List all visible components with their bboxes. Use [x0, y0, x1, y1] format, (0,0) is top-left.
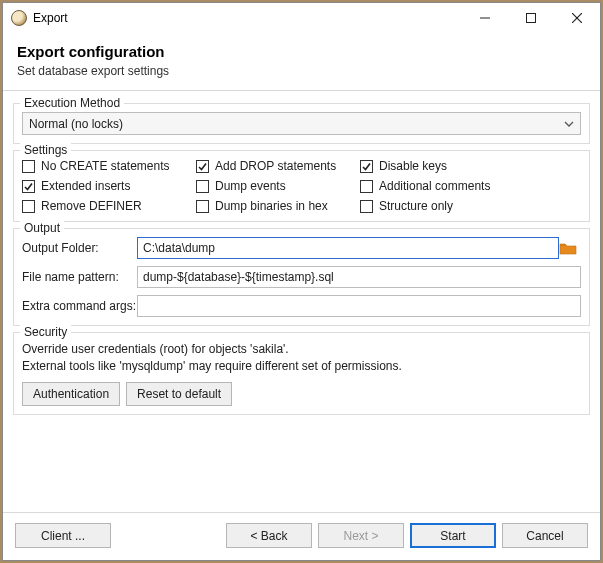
checkbox-label: Remove DEFINER — [41, 199, 142, 213]
checkbox-label: Disable keys — [379, 159, 447, 173]
checkbox-box — [196, 160, 209, 173]
checkbox-dump-binaries-in-hex[interactable]: Dump binaries in hex — [196, 199, 356, 213]
settings-legend: Settings — [20, 143, 71, 157]
client-button[interactable]: Client ... — [15, 523, 111, 548]
close-button[interactable] — [554, 3, 600, 33]
folder-icon — [559, 241, 577, 255]
checkbox-label: No CREATE statements — [41, 159, 169, 173]
check-icon — [23, 181, 34, 192]
check-icon — [361, 161, 372, 172]
checkbox-label: Structure only — [379, 199, 453, 213]
next-button: Next > — [318, 523, 404, 548]
checkbox-label: Dump events — [215, 179, 286, 193]
browse-folder-button[interactable] — [559, 240, 577, 256]
output-folder-label: Output Folder: — [22, 241, 137, 255]
chevron-down-icon — [564, 119, 574, 129]
cancel-button[interactable]: Cancel — [502, 523, 588, 548]
extra-args-input[interactable] — [137, 295, 581, 317]
dialog-footer: Client ... < Back Next > Start Cancel — [3, 512, 600, 560]
back-button[interactable]: < Back — [226, 523, 312, 548]
checkbox-box — [22, 180, 35, 193]
security-line-1: Override user credentials (root) for obj… — [22, 341, 581, 358]
dialog-header: Export configuration Set database export… — [3, 33, 600, 91]
app-icon — [11, 10, 27, 26]
execution-method-legend: Execution Method — [20, 96, 124, 110]
checkbox-additional-comments[interactable]: Additional comments — [360, 179, 581, 193]
header-subtitle: Set database export settings — [17, 64, 586, 78]
checkbox-structure-only[interactable]: Structure only — [360, 199, 581, 213]
checkbox-box — [22, 200, 35, 213]
maximize-icon — [526, 13, 536, 23]
svg-rect-1 — [527, 14, 536, 23]
header-title: Export configuration — [17, 43, 586, 60]
checkbox-box — [22, 160, 35, 173]
file-pattern-label: File name pattern: — [22, 270, 137, 284]
authentication-button[interactable]: Authentication — [22, 382, 120, 406]
close-icon — [572, 13, 582, 23]
checkbox-no-create-statements[interactable]: No CREATE statements — [22, 159, 192, 173]
checkbox-disable-keys[interactable]: Disable keys — [360, 159, 581, 173]
checkbox-dump-events[interactable]: Dump events — [196, 179, 356, 193]
security-line-2: External tools like 'mysqldump' may requ… — [22, 358, 581, 375]
execution-method-select[interactable]: Normal (no locks) — [22, 112, 581, 135]
checkbox-box — [196, 180, 209, 193]
checkbox-box — [360, 160, 373, 173]
minimize-button[interactable] — [462, 3, 508, 33]
execution-method-value: Normal (no locks) — [29, 117, 123, 131]
output-group: Output Output Folder: File name pattern:… — [13, 228, 590, 326]
execution-method-group: Execution Method Normal (no locks) — [13, 103, 590, 144]
checkbox-box — [360, 180, 373, 193]
settings-group: Settings No CREATE statementsAdd DROP st… — [13, 150, 590, 222]
titlebar: Export — [3, 3, 600, 33]
checkbox-remove-definer[interactable]: Remove DEFINER — [22, 199, 192, 213]
security-legend: Security — [20, 325, 71, 339]
checkbox-label: Extended inserts — [41, 179, 130, 193]
checkbox-label: Additional comments — [379, 179, 490, 193]
start-button[interactable]: Start — [410, 523, 496, 548]
checkbox-box — [196, 200, 209, 213]
reset-to-default-button[interactable]: Reset to default — [126, 382, 232, 406]
checkbox-add-drop-statements[interactable]: Add DROP statements — [196, 159, 356, 173]
checkbox-extended-inserts[interactable]: Extended inserts — [22, 179, 192, 193]
checkbox-box — [360, 200, 373, 213]
maximize-button[interactable] — [508, 3, 554, 33]
window-title: Export — [33, 11, 68, 25]
security-group: Security Override user credentials (root… — [13, 332, 590, 415]
export-dialog: Export Export configuration Set database… — [2, 2, 601, 561]
extra-args-label: Extra command args: — [22, 299, 137, 313]
output-folder-input[interactable] — [137, 237, 559, 259]
checkbox-label: Add DROP statements — [215, 159, 336, 173]
file-pattern-input[interactable] — [137, 266, 581, 288]
checkbox-label: Dump binaries in hex — [215, 199, 328, 213]
minimize-icon — [480, 13, 490, 23]
check-icon — [197, 161, 208, 172]
output-legend: Output — [20, 221, 64, 235]
dialog-content: Execution Method Normal (no locks) Setti… — [3, 91, 600, 512]
